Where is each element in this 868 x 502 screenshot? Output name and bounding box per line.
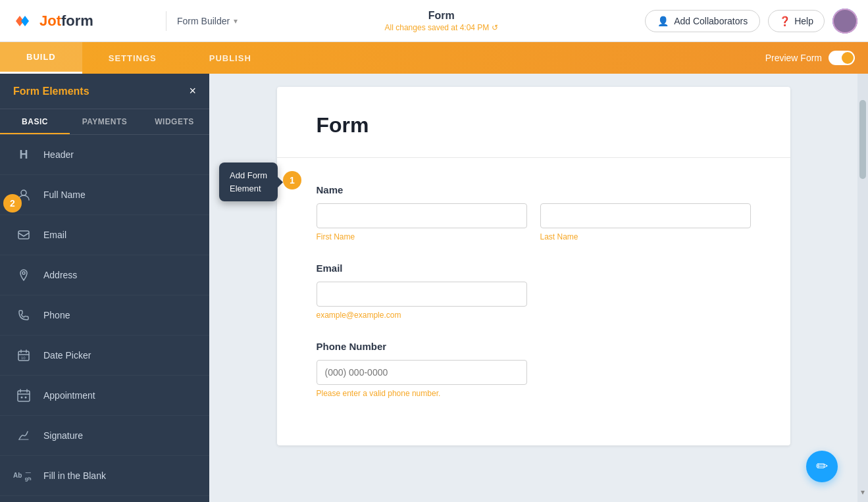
sidebar-item-datepicker[interactable]: 10 Date Picker: [0, 336, 209, 376]
appointment-icon: [13, 385, 34, 406]
logo-text: Jotform: [39, 13, 93, 30]
sidebar-item-email[interactable]: Email: [0, 215, 209, 255]
tab-bar: BUILD SETTINGS PUBLISH Preview Form: [0, 42, 868, 74]
sidebar-item-fullname[interactable]: Full Name: [0, 175, 209, 215]
sidebar-tab-widgets[interactable]: WIDGETS: [140, 109, 209, 134]
svg-point-1: [21, 190, 26, 195]
sidebar-item-signature[interactable]: Signature: [0, 416, 209, 456]
last-name-input[interactable]: [540, 203, 751, 228]
fillblank-icon: Ab— gh: [13, 465, 34, 486]
name-field-label: Name: [317, 184, 751, 195]
sidebar-item-phone[interactable]: Phone: [0, 295, 209, 336]
form-card: Form Name First Name Last Name: [277, 87, 790, 445]
name-input-row: First Name Last Name: [317, 203, 751, 241]
sidebar-tab-basic[interactable]: BASIC: [0, 109, 70, 134]
tab-publish[interactable]: PUBLISH: [183, 42, 278, 74]
first-name-input[interactable]: [317, 203, 527, 228]
last-name-wrap: Last Name: [540, 203, 751, 241]
preview-toggle[interactable]: [829, 51, 855, 65]
datepicker-icon: 10: [13, 345, 34, 366]
preview-form-label: Preview Form: [765, 53, 822, 63]
main-layout: Form Elements × BASIC PAYMENTS WIDGETS H…: [0, 74, 868, 502]
logo-area: Jotform: [11, 9, 155, 33]
fillblank-label: Fill in the Blank: [43, 470, 106, 481]
signature-icon: [13, 425, 34, 446]
step-badge-2: 2: [3, 194, 22, 213]
edit-fab[interactable]: ✏: [806, 451, 838, 482]
tab-settings[interactable]: SETTINGS: [82, 42, 183, 74]
last-name-sublabel: Last Name: [540, 232, 751, 241]
signature-label: Signature: [43, 430, 83, 441]
phone-field-label: Phone Number: [317, 341, 751, 352]
email-icon: [13, 224, 34, 245]
form-name-title: Form: [317, 113, 751, 138]
phone-field-group: Phone Number Please enter a valid phone …: [317, 341, 751, 398]
svg-point-3: [22, 272, 25, 274]
email-sublabel: example@example.com: [317, 311, 527, 320]
preview-area: Preview Form: [765, 51, 868, 65]
saved-status: All changes saved at 4:04 PM ↺: [238, 23, 645, 32]
jotform-logo-icon: [11, 9, 34, 33]
email-field-group: Email example@example.com: [317, 263, 751, 320]
datepicker-label: Date Picker: [43, 350, 91, 361]
first-name-sublabel: First Name: [317, 232, 527, 241]
scroll-down-icon: ▾: [861, 488, 865, 497]
sidebar-item-fillblank[interactable]: Ab— gh Fill in the Blank: [0, 456, 209, 496]
step-badge-1: 1: [283, 171, 301, 189]
header-label: Header: [43, 149, 74, 160]
email-input-wrap: example@example.com: [317, 282, 527, 320]
help-button[interactable]: ❓ Help: [768, 10, 825, 32]
svg-rect-6: [18, 391, 30, 401]
top-nav: Jotform Form Builder ▾ Form All changes …: [0, 0, 868, 42]
svg-rect-2: [18, 231, 29, 239]
tab-build[interactable]: BUILD: [0, 42, 82, 74]
add-form-element-tooltip: Add FormElement: [219, 163, 278, 201]
phone-sublabel: Please enter a valid phone number.: [317, 389, 527, 398]
header-icon: H: [13, 144, 34, 165]
tooltip-text: Add FormElement: [230, 169, 267, 195]
add-collaborators-button[interactable]: 👤 Add Collaborators: [645, 10, 760, 32]
phone-input-wrap: Please enter a valid phone number.: [317, 360, 527, 398]
appointment-label: Appointment: [43, 390, 95, 401]
sidebar-tab-payments[interactable]: PAYMENTS: [70, 109, 140, 134]
sidebar-header: Form Elements ×: [0, 74, 209, 109]
nav-right-area: 👤 Add Collaborators ❓ Help: [645, 9, 857, 34]
help-label: Help: [794, 16, 813, 26]
sidebar-item-appointment[interactable]: Appointment: [0, 376, 209, 416]
sidebar-item-address[interactable]: Address: [0, 255, 209, 295]
address-label: Address: [43, 270, 77, 280]
form-header-section: Form: [277, 87, 790, 158]
fullname-label: Full Name: [43, 189, 86, 200]
form-title: Form: [238, 10, 645, 22]
form-title-area: Form All changes saved at 4:04 PM ↺: [238, 10, 645, 32]
email-input[interactable]: [317, 282, 527, 307]
close-sidebar-button[interactable]: ×: [189, 84, 196, 98]
phone-icon: [13, 305, 34, 326]
sidebar-title: Form Elements: [13, 86, 89, 97]
right-scrollbar[interactable]: ▾: [857, 74, 868, 502]
sidebar-items-list: H Header Full Name Email: [0, 135, 209, 502]
email-field-label: Email: [317, 263, 751, 274]
svg-point-8: [25, 397, 27, 399]
avatar[interactable]: [832, 9, 857, 34]
address-icon: [13, 264, 34, 286]
name-field-group: Name First Name Last Name: [317, 184, 751, 241]
sidebar: Form Elements × BASIC PAYMENTS WIDGETS H…: [0, 74, 209, 502]
sidebar-tabs: BASIC PAYMENTS WIDGETS: [0, 109, 209, 135]
add-collaborators-label: Add Collaborators: [674, 16, 748, 26]
sidebar-item-header[interactable]: H Header: [0, 135, 209, 175]
svg-point-7: [21, 397, 23, 399]
person-icon: 👤: [657, 16, 669, 26]
phone-label: Phone: [43, 310, 70, 320]
sidebar-item-productlist[interactable]: Product List: [0, 496, 209, 502]
form-builder-button[interactable]: Form Builder ▾: [177, 16, 238, 26]
scroll-thumb: [859, 100, 866, 179]
form-fields-section: Name First Name Last Name Email: [277, 158, 790, 445]
email-label: Email: [43, 230, 66, 240]
avatar-image: [832, 9, 857, 34]
toggle-knob: [842, 52, 854, 64]
phone-input[interactable]: [317, 360, 527, 385]
svg-text:10: 10: [21, 356, 26, 360]
canvas-area: Form Name First Name Last Name: [209, 74, 857, 502]
first-name-wrap: First Name: [317, 203, 527, 241]
